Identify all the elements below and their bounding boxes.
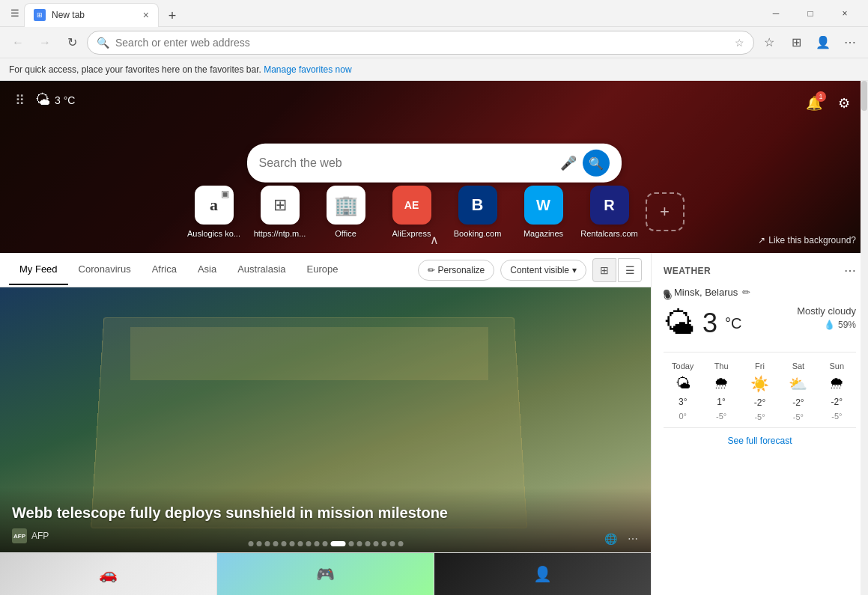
tab-europe[interactable]: Europe	[297, 254, 349, 285]
feed-tab-actions: ✏ Personalize Content visible ▾ ⊞ ☰	[418, 258, 642, 282]
news-dot-5[interactable]	[281, 541, 286, 546]
shortcut-magazines[interactable]: W Magazines	[514, 186, 574, 238]
refresh-button[interactable]: ↻	[60, 31, 84, 55]
personalize-button[interactable]: ✏ Personalize	[418, 260, 495, 281]
news-dot-10[interactable]	[322, 541, 327, 546]
tab-asia[interactable]: Asia	[187, 254, 227, 285]
news-dot-14[interactable]	[365, 541, 370, 546]
weather-location-edit-button[interactable]: ✏	[742, 287, 750, 298]
news-dot-16[interactable]	[381, 541, 386, 546]
forecast-sun-icon: 🌨	[829, 375, 844, 392]
hero-search-area: 🎤 🔍	[247, 144, 622, 183]
shortcut-ntp[interactable]: ⊞ https://ntp.m...	[250, 186, 310, 238]
tab-bar: ⊞ New tab × +	[24, 0, 759, 27]
forecast-today-low: 0°	[679, 412, 687, 421]
content-visible-button[interactable]: Content visible ▾	[500, 260, 586, 281]
main-content: ⠿ 🌤 3 °C 🎤 🔍 🔔 1 ⚙ ∧	[0, 81, 868, 595]
shortcut-label-booking: Booking.com	[454, 229, 502, 238]
news-dot-9[interactable]	[314, 541, 319, 546]
window-controls: ─ □ ×	[759, 0, 862, 27]
tab-africa[interactable]: Africa	[142, 254, 187, 285]
maximize-button[interactable]: □	[793, 0, 828, 27]
humidity-value: 59%	[838, 320, 856, 330]
news-dot-4[interactable]	[273, 541, 278, 546]
news-dot-12[interactable]	[348, 541, 353, 546]
title-bar: ☰ ⊞ New tab × + ─ □ ×	[0, 0, 868, 27]
tab-australasia[interactable]: Australasia	[227, 254, 296, 285]
bottom-news-item-3[interactable]: 👤	[434, 553, 651, 595]
news-more-button[interactable]: ⋯	[624, 530, 642, 548]
bottom-thumb-1: 🚗	[0, 553, 216, 595]
news-dot-3[interactable]	[264, 541, 270, 546]
forecast-sun-high: -2°	[831, 397, 843, 407]
shortcut-auslogics[interactable]: a ▣ Auslogics ko...	[184, 186, 244, 238]
favorites-bar: For quick access, place your favorites h…	[0, 58, 868, 81]
tab-coronavirus[interactable]: Coronavirus	[68, 254, 142, 285]
search-input[interactable]	[259, 156, 554, 170]
shortcut-booking[interactable]: B Booking.com	[448, 186, 508, 238]
tab-my-feed[interactable]: My Feed	[9, 254, 68, 285]
minimize-button[interactable]: ─	[759, 0, 793, 27]
weather-more-button[interactable]: ⋯	[844, 263, 856, 278]
news-dot-6[interactable]	[289, 541, 294, 546]
bottom-thumb-3: 👤	[434, 553, 651, 595]
address-bar[interactable]: 🔍 ☆	[87, 31, 754, 55]
shortcut-aliexpress[interactable]: AE AliExpress	[382, 186, 442, 238]
search-button[interactable]: 🔍	[583, 150, 610, 177]
news-dot-8[interactable]	[306, 541, 311, 546]
shortcut-office[interactable]: 🏢 Office	[316, 186, 376, 238]
grid-view-button[interactable]: ⊞	[592, 258, 616, 282]
news-dot-7[interactable]	[297, 541, 303, 546]
bottom-news-item-1[interactable]: 🚗	[0, 553, 217, 595]
search-box[interactable]: 🎤 🔍	[247, 144, 622, 183]
active-tab[interactable]: ⊞ New tab ×	[24, 3, 159, 27]
see-full-forecast-button[interactable]: See full forecast	[664, 427, 856, 454]
list-view-button[interactable]: ☰	[618, 258, 642, 282]
feed-tabs: My Feed Coronavirus Africa Asia Australa…	[0, 253, 651, 287]
microphone-icon[interactable]: 🎤	[560, 155, 577, 171]
shortcut-rentalcars[interactable]: R Rentalcars.com	[580, 186, 640, 238]
news-title[interactable]: Webb telescope fully deploys sunshield i…	[12, 503, 639, 522]
manage-favorites-link[interactable]: Manage favorites now	[264, 64, 351, 75]
forecast-today-high: 3°	[679, 397, 687, 407]
shortcuts-bar: a ▣ Auslogics ko... ⊞ https://ntp.m... 🏢…	[184, 186, 685, 253]
forecast-fri-icon: ☀️	[750, 375, 769, 393]
collections-button[interactable]: ⊞	[784, 31, 808, 55]
tab-close-button[interactable]: ×	[143, 9, 149, 21]
forecast-sun-low: -5°	[831, 412, 842, 421]
back-button[interactable]: ←	[6, 31, 30, 55]
news-language-button[interactable]: 🌐	[601, 530, 619, 548]
weather-location: ◉ Minsk, Belarus ✏	[664, 287, 856, 298]
like-background-button[interactable]: ↗ Like this background?	[758, 235, 856, 245]
settings-button[interactable]: ⚙	[832, 91, 856, 115]
shortcut-label-magazines: Magazines	[523, 229, 563, 238]
news-dot-18[interactable]	[398, 541, 403, 546]
news-dot-13[interactable]	[356, 541, 362, 546]
add-to-favorites-button[interactable]: ☆	[757, 31, 781, 55]
nav-actions: ☆ ⊞ 👤 ⋯	[757, 31, 862, 55]
notifications-button[interactable]: 🔔 1	[802, 91, 826, 115]
news-dot-1[interactable]	[248, 541, 253, 546]
bottom-news-item-2[interactable]: 🎮	[217, 553, 434, 595]
settings-more-button[interactable]: ⋯	[838, 31, 862, 55]
add-shortcut-button[interactable]: +	[646, 192, 685, 231]
grid-dots-icon[interactable]: ⠿	[15, 92, 25, 109]
address-input[interactable]	[115, 37, 729, 49]
forward-button[interactable]: →	[33, 31, 57, 55]
forecast-thu-label: Thu	[714, 361, 729, 370]
shortcut-icon-auslogics: a ▣	[195, 186, 234, 225]
news-area: Webb telescope fully deploys sunshield i…	[0, 287, 651, 552]
shortcut-icon-ntp: ⊞	[261, 186, 300, 225]
forecast-fri-label: Fri	[755, 361, 765, 370]
news-source-name: AFP	[31, 531, 49, 541]
feed-section: My Feed Coronavirus Africa Asia Australa…	[0, 253, 868, 595]
sidebar-toggle-button[interactable]: ☰	[6, 4, 24, 22]
close-window-button[interactable]: ×	[828, 0, 862, 27]
new-tab-button[interactable]: +	[162, 6, 183, 27]
title-bar-left: ☰	[6, 4, 24, 22]
news-dot-17[interactable]	[389, 541, 395, 546]
news-dot-15[interactable]	[373, 541, 378, 546]
profile-button[interactable]: 👤	[811, 31, 835, 55]
news-dot-2[interactable]	[256, 541, 261, 546]
news-dot-active[interactable]	[330, 541, 345, 546]
